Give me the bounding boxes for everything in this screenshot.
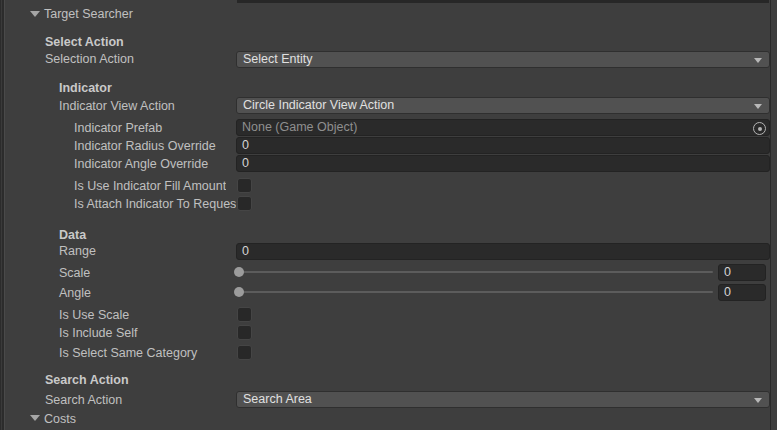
is-use-indicator-fill-amount-label: Is Use Indicator Fill Amount [74,177,226,195]
is-include-self-label: Is Include Self [59,324,138,342]
is-use-scale-checkbox[interactable] [237,307,252,322]
indicator-angle-override-field[interactable]: 0 [236,155,770,172]
indicator-prefab-label: Indicator Prefab [74,119,162,137]
search-action-value: Search Area [243,392,312,406]
selection-action-value: Select Entity [243,52,312,66]
indicator-view-action-label: Indicator View Action [59,97,175,115]
range-field[interactable]: 0 [236,243,770,260]
selection-action-dropdown[interactable]: Select Entity [236,51,770,68]
section-header-select-action: Select Action [45,33,124,51]
is-include-self-checkbox[interactable] [237,325,252,340]
indicator-prefab-object-field[interactable]: None (Game Object) [236,119,770,136]
panel-left-edge-highlight [1,0,2,430]
chevron-down-icon [754,398,762,403]
is-use-indicator-fill-amount-checkbox[interactable] [237,178,252,193]
is-select-same-category-label: Is Select Same Category [59,344,197,362]
indicator-radius-override-label: Indicator Radius Override [74,137,216,155]
is-select-same-category-checkbox[interactable] [237,345,252,360]
is-use-scale-label: Is Use Scale [59,306,129,324]
indicator-view-action-dropdown[interactable]: Circle Indicator View Action [236,97,770,114]
indicator-angle-override-value: 0 [242,156,249,170]
chevron-down-icon [754,58,762,63]
angle-value-field[interactable]: 0 [718,284,766,301]
selection-action-label: Selection Action [45,50,134,68]
panel-right-edge [770,0,771,430]
angle-label: Angle [59,284,91,302]
inspector-panel: Target Searcher Select Action Selection … [0,0,777,430]
foldout-arrow-icon[interactable] [30,415,40,421]
scale-slider-track[interactable] [237,271,713,273]
section-header-indicator: Indicator [59,79,112,97]
search-action-dropdown[interactable]: Search Area [236,391,770,408]
clipped-field-above [237,0,769,3]
chevron-down-icon [754,104,762,109]
section-header-search-action: Search Action [45,371,129,389]
foldout-arrow-icon[interactable] [30,11,40,17]
foldout-target-searcher[interactable]: Target Searcher [44,5,133,23]
scale-slider-thumb[interactable] [234,267,244,277]
range-value: 0 [242,244,249,258]
indicator-prefab-value: None (Game Object) [242,120,357,134]
search-action-label: Search Action [45,391,122,409]
angle-value: 0 [724,285,731,299]
is-attach-indicator-to-requester-checkbox[interactable] [237,196,252,211]
scale-value: 0 [724,265,731,279]
indicator-angle-override-label: Indicator Angle Override [74,155,208,173]
indicator-radius-override-field[interactable]: 0 [236,137,770,154]
indicator-radius-override-value: 0 [242,138,249,152]
is-attach-indicator-to-requester-label: Is Attach Indicator To Reques [74,195,236,213]
object-picker-icon[interactable] [753,122,766,135]
range-label: Range [59,242,96,260]
indicator-view-action-value: Circle Indicator View Action [243,98,394,112]
angle-slider-thumb[interactable] [234,287,244,297]
scale-label: Scale [59,264,90,282]
object-picker-dot [758,127,762,131]
angle-slider-track[interactable] [237,291,713,293]
foldout-costs[interactable]: Costs [44,410,76,428]
scale-value-field[interactable]: 0 [718,264,766,281]
